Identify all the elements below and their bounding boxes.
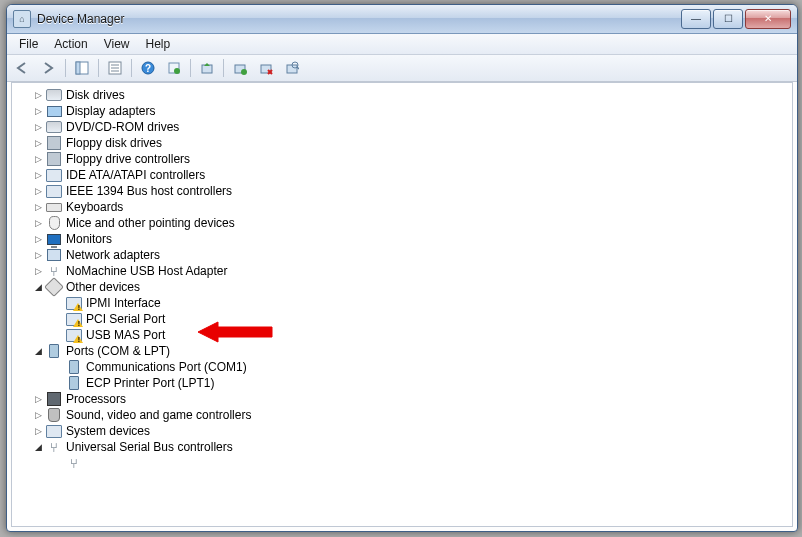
tree-node: ◢Ports (COM & LPT)Communications Port (C… — [14, 343, 790, 391]
tree-item-label: IPMI Interface — [84, 296, 161, 310]
expand-icon[interactable]: ▷ — [32, 249, 44, 261]
tree-item[interactable]: ◢⑂Universal Serial Bus controllers — [14, 439, 790, 455]
tree-item-label: ECP Printer Port (LPT1) — [84, 376, 214, 390]
toolbar-separator — [190, 59, 191, 77]
menu-view[interactable]: View — [96, 35, 138, 53]
client-area: ▷Disk drives▷Display adapters▷DVD/CD-ROM… — [11, 82, 793, 527]
device-icon — [46, 183, 62, 199]
toolbar-forward-button[interactable] — [37, 56, 61, 80]
tree-item[interactable]: ▷Processors — [14, 391, 790, 407]
floppy-icon — [46, 135, 62, 151]
tree-item-label: Sound, video and game controllers — [64, 408, 251, 422]
tree-item[interactable]: ▷IEEE 1394 Bus host controllers — [14, 183, 790, 199]
tree-item[interactable]: ▷Mice and other pointing devices — [14, 215, 790, 231]
tree-item[interactable]: Communications Port (COM1) — [14, 359, 790, 375]
collapse-icon[interactable]: ◢ — [32, 345, 44, 357]
expand-icon[interactable]: ▷ — [32, 233, 44, 245]
tree-node: ▷Sound, video and game controllers — [14, 407, 790, 423]
minimize-icon: — — [691, 14, 701, 24]
tree-item[interactable]: ▷System devices — [14, 423, 790, 439]
collapse-icon[interactable]: ◢ — [32, 281, 44, 293]
toolbar-console-tree-button[interactable] — [70, 56, 94, 80]
tree-item[interactable]: ◢Other devices — [14, 279, 790, 295]
properties-icon — [108, 61, 122, 75]
titlebar[interactable]: ⌂ Device Manager — ☐ ✕ — [7, 5, 797, 34]
display-icon — [46, 103, 62, 119]
tree-item[interactable]: ▷Keyboards — [14, 199, 790, 215]
tree-item[interactable]: PCI Serial Port — [14, 311, 790, 327]
toolbar-properties-button[interactable] — [103, 56, 127, 80]
device-manager-window: ⌂ Device Manager — ☐ ✕ File Action View … — [6, 4, 798, 532]
tree-node: ECP Printer Port (LPT1) — [14, 375, 790, 391]
collapse-icon[interactable]: ◢ — [32, 441, 44, 453]
expand-icon[interactable]: ▷ — [32, 409, 44, 421]
tree-item[interactable]: ⑂ — [14, 455, 790, 471]
svg-rect-1 — [76, 62, 80, 74]
toolbar-scan-button[interactable] — [280, 56, 304, 80]
tree-item[interactable]: ◢Ports (COM & LPT) — [14, 343, 790, 359]
kb-icon — [46, 199, 62, 215]
toolbar-uninstall-button[interactable] — [254, 56, 278, 80]
net-icon — [46, 247, 62, 263]
tree-item[interactable]: USB MAS Port — [14, 327, 790, 343]
toolbar-enable-button[interactable] — [228, 56, 252, 80]
warn-icon — [66, 311, 82, 327]
expand-icon[interactable]: ▷ — [32, 393, 44, 405]
tree-item[interactable]: ▷IDE ATA/ATAPI controllers — [14, 167, 790, 183]
tree-item[interactable]: ▷Sound, video and game controllers — [14, 407, 790, 423]
minimize-button[interactable]: — — [681, 9, 711, 29]
toolbar-back-button[interactable] — [11, 56, 35, 80]
svg-text:?: ? — [145, 63, 151, 74]
expand-icon[interactable]: ▷ — [32, 121, 44, 133]
tree-item[interactable]: ▷Display adapters — [14, 103, 790, 119]
tree-item[interactable]: ECP Printer Port (LPT1) — [14, 375, 790, 391]
maximize-button[interactable]: ☐ — [713, 9, 743, 29]
mouse-icon — [46, 215, 62, 231]
expand-icon[interactable]: ▷ — [32, 201, 44, 213]
tree-item-label: Monitors — [64, 232, 112, 246]
menu-file[interactable]: File — [11, 35, 46, 53]
expand-icon[interactable]: ▷ — [32, 185, 44, 197]
port-icon — [66, 359, 82, 375]
tree-item[interactable]: ▷Network adapters — [14, 247, 790, 263]
help-icon: ? — [141, 61, 155, 75]
tree-item[interactable]: ▷Floppy disk drives — [14, 135, 790, 151]
toolbar-refresh-button[interactable] — [162, 56, 186, 80]
menu-help[interactable]: Help — [138, 35, 179, 53]
tree-node: ▷Processors — [14, 391, 790, 407]
port-icon — [46, 343, 62, 359]
tree-node: USB MAS Port — [14, 327, 790, 343]
device-icon — [46, 167, 62, 183]
expand-icon[interactable]: ▷ — [32, 137, 44, 149]
tree-item-label: Communications Port (COM1) — [84, 360, 247, 374]
menu-action[interactable]: Action — [46, 35, 95, 53]
expand-icon[interactable]: ▷ — [32, 169, 44, 181]
no-expander — [52, 457, 64, 469]
maximize-icon: ☐ — [724, 14, 733, 24]
toolbar-update-driver-button[interactable] — [195, 56, 219, 80]
floppy-icon — [46, 151, 62, 167]
tree-item[interactable]: ▷Floppy drive controllers — [14, 151, 790, 167]
tree-item[interactable]: ▷Disk drives — [14, 87, 790, 103]
close-button[interactable]: ✕ — [745, 9, 791, 29]
expand-icon[interactable]: ▷ — [32, 425, 44, 437]
toolbar-separator — [65, 59, 66, 77]
tree-item[interactable]: ▷DVD/CD-ROM drives — [14, 119, 790, 135]
tree-item[interactable]: IPMI Interface — [14, 295, 790, 311]
expand-icon[interactable]: ▷ — [32, 153, 44, 165]
expand-icon[interactable]: ▷ — [32, 105, 44, 117]
usb-icon: ⑂ — [66, 455, 82, 471]
tree-item-label: NoMachine USB Host Adapter — [64, 264, 227, 278]
tree-item-label: Other devices — [64, 280, 140, 294]
device-tree[interactable]: ▷Disk drives▷Display adapters▷DVD/CD-ROM… — [12, 83, 792, 526]
expand-icon[interactable]: ▷ — [32, 89, 44, 101]
toolbar-help-button[interactable]: ? — [136, 56, 160, 80]
toolbar: ? — [7, 55, 797, 82]
sound-icon — [46, 407, 62, 423]
expand-icon[interactable]: ▷ — [32, 217, 44, 229]
tree-item[interactable]: ▷Monitors — [14, 231, 790, 247]
tree-item-label: Keyboards — [64, 200, 123, 214]
expand-icon[interactable]: ▷ — [32, 265, 44, 277]
tree-item[interactable]: ▷⑂NoMachine USB Host Adapter — [14, 263, 790, 279]
tree-node: ◢Other devicesIPMI InterfacePCI Serial P… — [14, 279, 790, 343]
